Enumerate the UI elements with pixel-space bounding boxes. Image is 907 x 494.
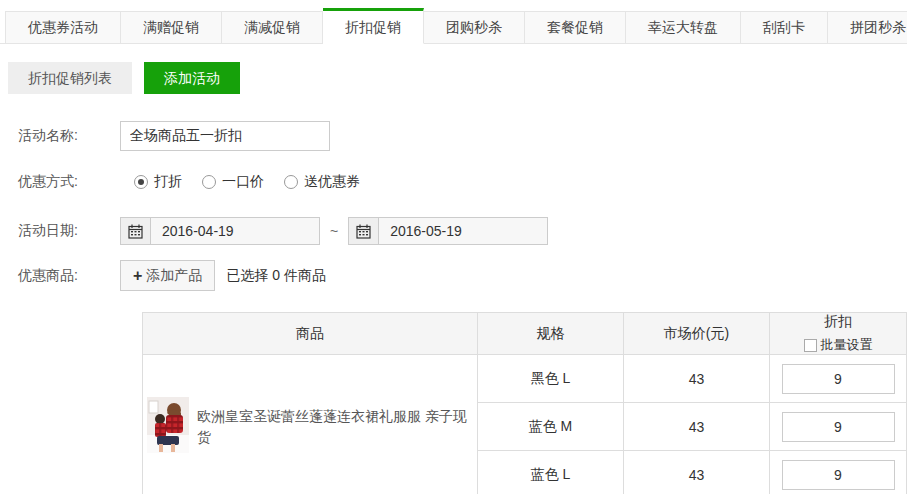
tab-full-reduction-promo[interactable]: 满减促销 — [222, 11, 323, 44]
sub-tab-bar: 折扣促销列表 添加活动 — [8, 62, 907, 94]
promo-goods-row: 优惠商品: + 添加产品 已选择 0 件商品 — [0, 260, 907, 291]
calendar-icon[interactable] — [349, 218, 379, 244]
discount-type-options: 打折 一口价 送优惠券 — [134, 173, 360, 191]
activity-date-label: 活动日期: — [0, 222, 120, 240]
tab-package-promo[interactable]: 套餐促销 — [525, 11, 626, 44]
product-title: 欧洲皇室圣诞蕾丝蓬蓬连衣裙礼服服 亲子现货 — [197, 406, 471, 447]
discount-cell — [770, 355, 907, 403]
discount-type-row: 优惠方式: 打折 一口价 送优惠券 — [0, 173, 907, 191]
price-cell: 43 — [624, 403, 770, 451]
subtab-add-activity[interactable]: 添加活动 — [144, 62, 240, 94]
calendar-icon[interactable] — [121, 218, 151, 244]
end-date-picker[interactable]: 2016-05-19 — [348, 217, 548, 245]
batch-set-wrap: 批量设置 — [770, 336, 906, 354]
radio-option-give-coupon[interactable]: 送优惠券 — [284, 173, 360, 191]
discount-input[interactable] — [782, 364, 895, 394]
table-header-row: 商品 规格 市场价(元) 折扣 批量设置 — [143, 313, 907, 355]
spec-cell: 黑色 L — [478, 355, 624, 403]
tab-full-gift-promo[interactable]: 满赠促销 — [121, 11, 222, 44]
activity-name-input[interactable] — [120, 121, 330, 151]
subtab-discount-list[interactable]: 折扣促销列表 — [8, 62, 132, 94]
goods-discount-table: 商品 规格 市场价(元) 折扣 批量设置 — [142, 312, 907, 494]
start-date-picker[interactable]: 2016-04-19 — [120, 217, 320, 245]
product-thumbnail-image — [147, 397, 189, 456]
tab-discount-promo[interactable]: 折扣促销 — [323, 8, 424, 44]
end-date-value: 2016-05-19 — [379, 223, 462, 239]
header-discount-title: 折扣 — [770, 313, 906, 331]
tab-coupon-activity[interactable]: 优惠券活动 — [5, 11, 121, 44]
discount-cell — [770, 451, 907, 494]
product-cell: 欧洲皇室圣诞蕾丝蓬蓬连衣裙礼服服 亲子现货 — [143, 355, 478, 494]
discount-input[interactable] — [782, 412, 895, 442]
plus-icon: + — [133, 268, 142, 284]
radio-option-fixed-price[interactable]: 一口价 — [202, 173, 264, 191]
batch-set-label: 批量设置 — [821, 336, 873, 354]
header-spec: 规格 — [478, 313, 624, 355]
radio-label: 打折 — [154, 173, 182, 191]
header-price: 市场价(元) — [624, 313, 770, 355]
activity-date-row: 活动日期: 2016-04-19 ~ 2016-05-19 — [0, 217, 907, 245]
activity-name-row: 活动名称: — [0, 121, 907, 151]
radio-label: 送优惠券 — [304, 173, 360, 191]
price-cell: 43 — [624, 451, 770, 494]
start-date-value: 2016-04-19 — [151, 223, 234, 239]
tab-lucky-wheel[interactable]: 幸运大转盘 — [626, 11, 741, 44]
discount-type-label: 优惠方式: — [0, 173, 120, 191]
radio-label: 一口价 — [222, 173, 264, 191]
batch-set-checkbox[interactable] — [804, 339, 817, 352]
radio-option-dazhe[interactable]: 打折 — [134, 173, 182, 191]
date-range-separator: ~ — [330, 223, 338, 239]
radio-unselected-icon[interactable] — [202, 175, 216, 189]
tab-pin-group-flash[interactable]: 拼团秒杀 — [828, 11, 907, 44]
spec-cell: 蓝色 L — [478, 451, 624, 494]
discount-cell — [770, 403, 907, 451]
spec-cell: 蓝色 M — [478, 403, 624, 451]
table-row: 欧洲皇室圣诞蕾丝蓬蓬连衣裙礼服服 亲子现货 黑色 L 43 — [143, 355, 907, 403]
tab-scratch-card[interactable]: 刮刮卡 — [741, 11, 828, 44]
radio-unselected-icon[interactable] — [284, 175, 298, 189]
price-cell: 43 — [624, 355, 770, 403]
tab-group-buy-flash[interactable]: 团购秒杀 — [424, 11, 525, 44]
selected-count-text: 已选择 0 件商品 — [226, 267, 326, 285]
promotion-tab-bar: 优惠券活动 满赠促销 满减促销 折扣促销 团购秒杀 套餐促销 幸运大转盘 刮刮卡… — [0, 8, 907, 44]
header-product: 商品 — [143, 313, 478, 355]
add-product-label: 添加产品 — [146, 267, 202, 285]
activity-name-label: 活动名称: — [0, 127, 120, 145]
radio-selected-icon[interactable] — [134, 175, 148, 189]
header-discount: 折扣 批量设置 — [770, 313, 907, 355]
promo-goods-label: 优惠商品: — [0, 267, 120, 285]
add-product-button[interactable]: + 添加产品 — [120, 260, 215, 291]
discount-input[interactable] — [782, 460, 895, 490]
